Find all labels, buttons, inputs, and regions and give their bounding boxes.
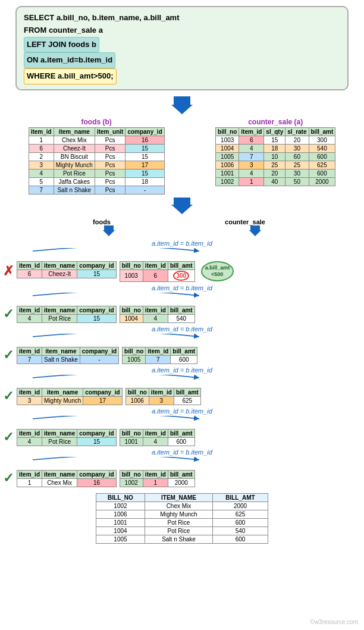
- result-td: 1004: [96, 526, 145, 535]
- jf-td: Chex Mix: [42, 478, 77, 487]
- jf-td: 15: [77, 437, 116, 446]
- foods-td: Pcs: [95, 186, 125, 194]
- foods-td: 7: [29, 186, 54, 194]
- join-cond-text-6: a.item_id = b.item_id: [3, 449, 361, 456]
- table-row: 6 Cheez-It 15: [17, 269, 117, 278]
- foods-td: Cheez-It: [54, 144, 95, 152]
- foods-th-company_id: company_id: [125, 127, 164, 136]
- counter-td: 1004: [216, 144, 239, 152]
- jf-th-itemname: item_name: [42, 429, 77, 437]
- foods-td: Pcs: [95, 177, 125, 186]
- counter-td: 1005: [216, 152, 239, 161]
- jf-th-itemname: item_name: [42, 261, 77, 269]
- result-th-itemname: ITEM_NAME: [145, 493, 212, 502]
- jc-td: 6: [143, 269, 168, 281]
- table-row: 3 Mighty Munch Pcs 17: [29, 161, 164, 169]
- join-foods-table-3: item_id item_name company_id 7 Salt n Sh…: [17, 347, 119, 364]
- counter-td: 1006: [216, 161, 239, 169]
- jf-td: Pot Rice: [42, 437, 77, 446]
- join-counter-table-4: bill_no item_id bill_amt 1006 3 625: [125, 388, 201, 405]
- result-td: 1006: [96, 510, 145, 518]
- table-row: 1003 6 300: [120, 269, 194, 281]
- jc-td: 540: [168, 314, 194, 322]
- result-td: 600: [213, 518, 268, 526]
- join-foods-table-5: item_id item_name company_id 4 Pot Rice …: [17, 429, 117, 446]
- foods-td: Chex Mix: [54, 136, 95, 144]
- jc-th-billamt: bill_amt: [168, 470, 194, 478]
- foods-td: Salt n Shake: [54, 186, 95, 194]
- jf-td: Mighty Munch: [42, 396, 83, 405]
- foods-td: Pcs: [95, 152, 125, 161]
- jc-th-itemid: item_id: [149, 388, 174, 396]
- table-row: 4 Pot Rice Pcs 15: [29, 169, 164, 177]
- counter-th-item_id: item_id: [239, 127, 264, 136]
- join-cond-text-5: a.item_id = b.item_id: [3, 408, 361, 415]
- result-td: 1005: [96, 535, 145, 543]
- join-foods-table-6: item_id item_name company_id 1 Chex Mix …: [17, 470, 117, 487]
- table-row: 7 Salt n Shake -: [17, 355, 119, 363]
- table-row: 1001 Pot Rice 600: [96, 518, 268, 526]
- join-tables-3: item_id item_name company_id 7 Salt n Sh…: [17, 347, 197, 364]
- counter-td: 1: [239, 177, 264, 186]
- counter-th-sl_qty: sl_qty: [264, 127, 285, 136]
- join-condition-1-label: a.item_id = b.item_id: [3, 240, 361, 259]
- foods-td: Pcs: [95, 136, 125, 144]
- join-counter-table-1: bill_no item_id bill_amt 1003 6 300: [120, 261, 195, 282]
- foods-td: 15: [125, 144, 164, 152]
- jf-th-compid: company_id: [77, 261, 116, 269]
- result-td: 1001: [96, 518, 145, 526]
- arrow-down-1: [0, 96, 364, 115]
- table-row: 1006 Mighty Munch 625: [96, 510, 268, 518]
- table-row: 1004 Pot Rice 540: [96, 526, 268, 535]
- jc-td: 4: [143, 314, 168, 322]
- jc-th-billno: bill_no: [120, 470, 143, 478]
- foods-td: 2: [29, 152, 54, 161]
- foods-td: Mighty Munch: [54, 161, 95, 169]
- arrow-down-2: [0, 198, 364, 215]
- result-td: Chex Mix: [145, 502, 212, 510]
- join-tables-2: item_id item_name company_id 4 Pot Rice …: [17, 306, 195, 323]
- jc-td: 1003: [120, 269, 143, 281]
- jc-td: 600: [168, 437, 194, 446]
- counter-table: bill_no item_id sl_qty sl_rate bill_amt …: [215, 127, 335, 186]
- jf-td: Salt n Shake: [42, 355, 80, 363]
- jf-td: 15: [77, 269, 116, 278]
- join-condition-6-label: a.item_id = b.item_id: [3, 449, 361, 468]
- svg-marker-3: [249, 225, 261, 236]
- counter-td: 15: [264, 136, 285, 144]
- counter-td: 600: [309, 169, 335, 177]
- join-tables-5: item_id item_name company_id 4 Pot Rice …: [17, 429, 195, 446]
- jf-td: -: [80, 355, 118, 363]
- foods-table-label: foods (b): [29, 118, 165, 126]
- join-foods-table-1: item_id item_name company_id 6 Cheez-It …: [17, 261, 117, 278]
- result-td: 2000: [213, 502, 268, 510]
- counter-td: 20: [264, 169, 285, 177]
- jf-th-compid: company_id: [77, 306, 116, 314]
- join-row-4: ✓ item_id item_name company_id 3 Mighty …: [3, 388, 361, 405]
- svg-marker-2: [103, 225, 115, 236]
- jf-th-itemid: item_id: [17, 470, 42, 478]
- table-row: 1004 4 540: [120, 314, 194, 322]
- join-cond-text-2: a.item_id = b.item_id: [3, 284, 361, 292]
- jf-td: 1: [17, 478, 42, 487]
- table-row: 5 Jaffa Cakes Pcs 18: [29, 177, 164, 186]
- counter-td: 40: [264, 177, 285, 186]
- jc-th-billno: bill_no: [123, 347, 146, 355]
- foods-td: 1: [29, 136, 54, 144]
- check-mark-5: ✓: [3, 430, 14, 445]
- foods-td: Pcs: [95, 144, 125, 152]
- counter-td: 25: [285, 161, 309, 169]
- join-cond-text-3: a.item_id = b.item_id: [3, 325, 361, 333]
- jc-th-billamt: bill_amt: [171, 347, 197, 355]
- join-tables-6: item_id item_name company_id 1 Chex Mix …: [17, 470, 195, 487]
- jc-td: 300: [168, 269, 194, 281]
- result-th-billno: BILL_NO: [96, 493, 145, 502]
- jf-td: 7: [17, 355, 42, 363]
- counter-td: 25: [264, 161, 285, 169]
- join-section-labels: foods counter_sale: [36, 218, 340, 225]
- join-row-1: ✗ item_id item_name company_id 6 Cheez-I…: [3, 261, 361, 282]
- jc-th-itemid: item_id: [143, 306, 168, 314]
- jc-td: 3: [149, 396, 174, 405]
- counter-table-label: counter_sale (a): [215, 118, 335, 126]
- join-tables-1: item_id item_name company_id 6 Cheez-It …: [17, 261, 234, 282]
